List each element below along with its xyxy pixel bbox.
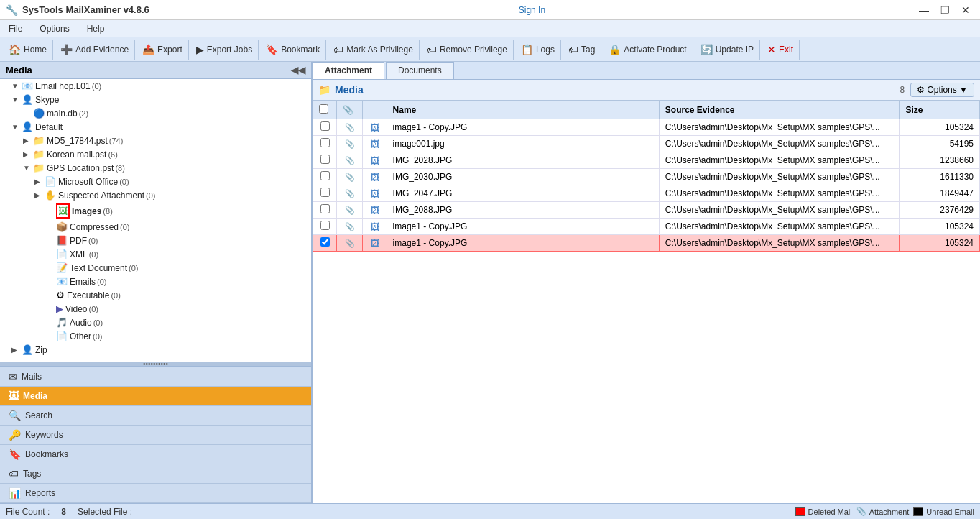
nav-media[interactable]: 🖼 Media: [0, 387, 311, 406]
add-evidence-button[interactable]: ➕ Add Evidence: [55, 40, 135, 60]
file-table-body: 📎 🖼 image1 - Copy.JPG C:\Users\admin\Des…: [313, 119, 980, 252]
collapse-icon[interactable]: ◀◀: [291, 65, 305, 75]
table-row[interactable]: 📎 🖼 image1 - Copy.JPG C:\Users\admin\Des…: [313, 235, 980, 252]
activate-product-button[interactable]: 🔒 Activate Product: [603, 40, 693, 60]
export-button[interactable]: 📤 Export: [137, 40, 189, 60]
tree-item-audio[interactable]: 🎵 Audio (0): [0, 316, 311, 329]
row-name: image1 - Copy.JPG: [387, 119, 659, 136]
export-jobs-icon: ▶: [196, 44, 204, 55]
close-button[interactable]: ✕: [957, 3, 974, 17]
nav-reports[interactable]: 📊 Reports: [0, 484, 311, 503]
mark-privilege-button[interactable]: 🏷 Mark As Privilege: [328, 40, 420, 60]
row-checkbox[interactable]: [320, 204, 330, 213]
table-row[interactable]: 📎 🖼 image001.jpg C:\Users\admin\Desktop\…: [313, 136, 980, 152]
tree-item-images[interactable]: 🖼 Images (8): [0, 202, 311, 220]
row-img-cell: 🖼: [363, 152, 387, 169]
file-thumb-icon: 🖼: [370, 155, 379, 166]
row-checkbox[interactable]: [320, 171, 330, 180]
menu-file[interactable]: File: [6, 22, 25, 35]
row-name: image1 - Copy.JPG: [387, 219, 659, 235]
row-attach-cell: 📎: [337, 119, 363, 136]
tree-item-default[interactable]: ▼ 👤 Default: [0, 120, 311, 134]
tree-item-email-hop[interactable]: ▼ 📧 Email hop.L01 (0): [0, 79, 311, 93]
row-checkbox-cell[interactable]: [313, 136, 337, 152]
left-panel-title: Media: [6, 65, 32, 75]
remove-privilege-button[interactable]: 🏷 Remove Privilege: [421, 40, 514, 60]
table-row[interactable]: 📎 🖼 IMG_2028.JPG C:\Users\admin\Desktop\…: [313, 152, 980, 169]
nav-bookmarks[interactable]: 🔖 Bookmarks: [0, 445, 311, 464]
menu-help[interactable]: Help: [84, 22, 108, 35]
other-icon: 📄: [56, 331, 68, 341]
exit-button[interactable]: ✕ Exit: [762, 40, 800, 60]
table-row[interactable]: 📎 🖼 image1 - Copy.JPG C:\Users\admin\Des…: [313, 119, 980, 136]
file-table: 📎 Name Source Evidence Size 📎 🖼 image: [313, 101, 980, 252]
tree-item-main-db[interactable]: 🔵 main.db (2): [0, 106, 311, 120]
row-checkbox-cell[interactable]: [313, 169, 337, 185]
tree-item-ms-office[interactable]: ▶ 📄 Microsoft Office (0): [0, 175, 311, 188]
row-checkbox[interactable]: [320, 188, 330, 197]
row-size: 54195: [900, 136, 980, 152]
tree-item-gps[interactable]: ▼ 📁 GPS Location.pst (8): [0, 161, 311, 175]
tree-item-skype[interactable]: ▼ 👤 Skype: [0, 93, 311, 106]
nav-search[interactable]: 🔍 Search: [0, 406, 311, 426]
table-row[interactable]: 📎 🖼 image1 - Copy.JPG C:\Users\admin\Des…: [313, 219, 980, 235]
row-checkbox-cell[interactable]: [313, 235, 337, 252]
tab-documents[interactable]: Documents: [386, 62, 454, 79]
menu-options[interactable]: Options: [37, 22, 72, 35]
tree-item-pdf[interactable]: 📕 PDF (0): [0, 234, 311, 247]
row-checkbox[interactable]: [320, 237, 330, 247]
zip-icon: 👤: [22, 344, 33, 355]
tree-item-executable[interactable]: ⚙ Executable (0): [0, 288, 311, 302]
logs-button[interactable]: 📋 Logs: [515, 40, 561, 60]
tree-item-md5[interactable]: ▶ 📁 MD5_17844.pst (74): [0, 134, 311, 147]
row-checkbox[interactable]: [320, 121, 330, 131]
options-button[interactable]: ⚙ Options ▼: [910, 83, 974, 97]
nav-keywords[interactable]: 🔑 Keywords: [0, 426, 311, 445]
minimize-button[interactable]: —: [915, 3, 933, 17]
table-row[interactable]: 📎 🖼 IMG_2030.JPG C:\Users\admin\Desktop\…: [313, 169, 980, 185]
row-checkbox-cell[interactable]: [313, 185, 337, 202]
home-button[interactable]: 🏠 Home: [3, 40, 53, 60]
tree-item-suspected[interactable]: ▶ ✋ Suspected Attachment (0): [0, 188, 311, 202]
nav-tags[interactable]: 🏷 Tags: [0, 464, 311, 484]
content-title: 📁 Media: [318, 84, 364, 96]
tree-item-video[interactable]: ▶ Video (0): [0, 302, 311, 316]
select-all-checkbox[interactable]: [319, 104, 328, 114]
maximize-button[interactable]: ❐: [936, 3, 954, 17]
row-checkbox-cell[interactable]: [313, 152, 337, 169]
row-attach-cell: 📎: [337, 152, 363, 169]
col-name-header: Name: [387, 101, 659, 119]
table-row[interactable]: 📎 🖼 IMG_2088.JPG C:\Users\admin\Desktop\…: [313, 202, 980, 219]
row-checkbox[interactable]: [320, 155, 330, 164]
tree-item-compressed[interactable]: 📦 Compressed (0): [0, 220, 311, 234]
right-panel: Attachment Documents 📁 Media 8 ⚙ Options…: [313, 62, 980, 503]
tag-button[interactable]: 🏷 Tag: [563, 40, 601, 60]
row-source: C:\Users\admin\Desktop\Mx_Setup\MX sampl…: [659, 185, 900, 202]
tree-item-zip[interactable]: ▶ 👤 Zip: [0, 343, 311, 357]
add-evidence-icon: ➕: [60, 44, 73, 55]
table-row[interactable]: 📎 🖼 IMG_2047.JPG C:\Users\admin\Desktop\…: [313, 185, 980, 202]
row-checkbox-cell[interactable]: [313, 219, 337, 235]
row-checkbox[interactable]: [320, 138, 330, 147]
signin-link[interactable]: Sign In: [519, 5, 545, 15]
file-count-value: 8: [61, 507, 66, 517]
col-size-header: Size: [900, 101, 980, 119]
attachment-legend: 📎 Attachment: [856, 507, 910, 516]
update-ip-button[interactable]: 🔄 Update IP: [695, 40, 760, 60]
tree-item-text-doc[interactable]: 📝 Text Document (0): [0, 261, 311, 275]
executable-icon: ⚙: [56, 290, 65, 300]
tab-attachment[interactable]: Attachment: [313, 62, 384, 79]
row-checkbox-cell[interactable]: [313, 119, 337, 136]
bookmark-icon: 🔖: [266, 44, 278, 55]
tree-item-emails[interactable]: 📧 Emails (0): [0, 275, 311, 288]
nav-mails[interactable]: ✉ Mails: [0, 367, 311, 387]
tree-item-korean[interactable]: ▶ 📁 Korean mail.pst (6): [0, 147, 311, 161]
row-checkbox[interactable]: [320, 221, 330, 230]
row-checkbox-cell[interactable]: [313, 202, 337, 219]
bookmark-button[interactable]: 🔖 Bookmark: [260, 40, 326, 60]
tree-item-xml[interactable]: 📄 XML (0): [0, 247, 311, 261]
tree-item-other[interactable]: 📄 Other (0): [0, 329, 311, 343]
content-header: 📁 Media 8 ⚙ Options ▼: [313, 80, 980, 101]
row-source: C:\Users\admin\Desktop\Mx_Setup\MX sampl…: [659, 169, 900, 185]
export-jobs-button[interactable]: ▶ Export Jobs: [190, 40, 259, 60]
